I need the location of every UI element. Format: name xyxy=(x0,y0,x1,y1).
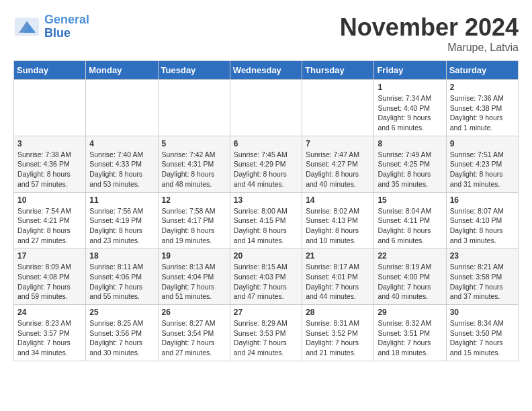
day-info: Sunrise: 7:56 AM Sunset: 4:19 PM Dayligh… xyxy=(89,206,154,246)
calendar-cell: 14Sunrise: 8:02 AM Sunset: 4:13 PM Dayli… xyxy=(302,192,374,248)
calendar-cell: 7Sunrise: 7:47 AM Sunset: 4:27 PM Daylig… xyxy=(302,136,374,192)
weekday-header: Thursday xyxy=(302,61,374,80)
day-number: 14 xyxy=(306,195,370,205)
calendar-week-row: 24Sunrise: 8:23 AM Sunset: 3:57 PM Dayli… xyxy=(14,305,519,361)
day-number: 10 xyxy=(17,195,82,205)
day-info: Sunrise: 8:13 AM Sunset: 4:04 PM Dayligh… xyxy=(162,262,226,302)
calendar-cell: 25Sunrise: 8:25 AM Sunset: 3:56 PM Dayli… xyxy=(86,305,158,361)
weekday-header: Friday xyxy=(374,61,446,80)
weekday-header: Sunday xyxy=(14,61,86,80)
calendar-body: 1Sunrise: 7:34 AM Sunset: 4:40 PM Daylig… xyxy=(14,80,519,361)
day-info: Sunrise: 7:40 AM Sunset: 4:33 PM Dayligh… xyxy=(89,150,154,189)
day-number: 3 xyxy=(17,139,82,148)
day-number: 19 xyxy=(162,251,226,261)
day-info: Sunrise: 8:32 AM Sunset: 3:51 PM Dayligh… xyxy=(378,318,442,358)
day-info: Sunrise: 8:29 AM Sunset: 3:53 PM Dayligh… xyxy=(234,318,298,358)
calendar-cell: 17Sunrise: 8:09 AM Sunset: 4:08 PM Dayli… xyxy=(14,248,86,305)
weekday-header: Monday xyxy=(86,61,158,80)
weekday-header: Saturday xyxy=(446,61,518,80)
calendar-week-row: 3Sunrise: 7:38 AM Sunset: 4:36 PM Daylig… xyxy=(14,136,519,192)
location: Marupe, Latvia xyxy=(340,42,519,54)
day-number: 2 xyxy=(450,83,515,92)
day-number: 15 xyxy=(378,195,442,205)
day-number: 7 xyxy=(306,139,370,148)
weekday-header: Wednesday xyxy=(230,61,302,80)
calendar-cell xyxy=(230,80,302,136)
day-number: 25 xyxy=(89,308,154,317)
day-number: 27 xyxy=(234,308,298,317)
day-info: Sunrise: 8:23 AM Sunset: 3:57 PM Dayligh… xyxy=(17,318,82,358)
day-info: Sunrise: 7:54 AM Sunset: 4:21 PM Dayligh… xyxy=(17,206,82,246)
day-info: Sunrise: 8:17 AM Sunset: 4:01 PM Dayligh… xyxy=(306,262,370,302)
calendar-cell: 11Sunrise: 7:56 AM Sunset: 4:19 PM Dayli… xyxy=(86,192,158,248)
weekday-row: SundayMondayTuesdayWednesdayThursdayFrid… xyxy=(14,61,519,80)
day-number: 6 xyxy=(234,139,298,148)
day-info: Sunrise: 8:09 AM Sunset: 4:08 PM Dayligh… xyxy=(17,262,82,302)
day-number: 8 xyxy=(378,139,442,148)
calendar-table: SundayMondayTuesdayWednesdayThursdayFrid… xyxy=(13,60,519,361)
calendar-cell: 15Sunrise: 8:04 AM Sunset: 4:11 PM Dayli… xyxy=(374,192,446,248)
calendar-cell: 12Sunrise: 7:58 AM Sunset: 4:17 PM Dayli… xyxy=(158,192,230,248)
month-title: November 2024 xyxy=(340,13,519,42)
calendar-week-row: 10Sunrise: 7:54 AM Sunset: 4:21 PM Dayli… xyxy=(14,192,519,248)
weekday-header: Tuesday xyxy=(158,61,230,80)
calendar-cell: 21Sunrise: 8:17 AM Sunset: 4:01 PM Dayli… xyxy=(302,248,374,305)
calendar-cell xyxy=(302,80,374,136)
day-info: Sunrise: 7:38 AM Sunset: 4:36 PM Dayligh… xyxy=(17,150,82,189)
calendar-week-row: 17Sunrise: 8:09 AM Sunset: 4:08 PM Dayli… xyxy=(14,248,519,305)
day-number: 5 xyxy=(162,139,226,148)
day-number: 9 xyxy=(450,139,515,148)
calendar-cell: 1Sunrise: 7:34 AM Sunset: 4:40 PM Daylig… xyxy=(374,80,446,136)
day-info: Sunrise: 7:45 AM Sunset: 4:29 PM Dayligh… xyxy=(234,150,298,189)
day-number: 21 xyxy=(306,251,370,261)
day-number: 4 xyxy=(89,139,154,148)
day-number: 1 xyxy=(378,83,442,92)
day-number: 11 xyxy=(89,195,154,205)
calendar-cell: 4Sunrise: 7:40 AM Sunset: 4:33 PM Daylig… xyxy=(86,136,158,192)
calendar-cell: 13Sunrise: 8:00 AM Sunset: 4:15 PM Dayli… xyxy=(230,192,302,248)
calendar-cell: 26Sunrise: 8:27 AM Sunset: 3:54 PM Dayli… xyxy=(158,305,230,361)
calendar-cell: 22Sunrise: 8:19 AM Sunset: 4:00 PM Dayli… xyxy=(374,248,446,305)
calendar-cell: 19Sunrise: 8:13 AM Sunset: 4:04 PM Dayli… xyxy=(158,248,230,305)
calendar-cell: 6Sunrise: 7:45 AM Sunset: 4:29 PM Daylig… xyxy=(230,136,302,192)
logo-text: General Blue xyxy=(44,13,89,40)
calendar-cell xyxy=(14,80,86,136)
day-info: Sunrise: 8:19 AM Sunset: 4:00 PM Dayligh… xyxy=(378,262,442,302)
day-info: Sunrise: 8:25 AM Sunset: 3:56 PM Dayligh… xyxy=(89,318,154,358)
calendar-cell: 18Sunrise: 8:11 AM Sunset: 4:06 PM Dayli… xyxy=(86,248,158,305)
calendar-cell xyxy=(86,80,158,136)
calendar-cell: 3Sunrise: 7:38 AM Sunset: 4:36 PM Daylig… xyxy=(14,136,86,192)
day-info: Sunrise: 8:21 AM Sunset: 3:58 PM Dayligh… xyxy=(450,262,515,302)
day-number: 23 xyxy=(450,251,515,261)
day-info: Sunrise: 7:42 AM Sunset: 4:31 PM Dayligh… xyxy=(162,150,226,189)
day-number: 28 xyxy=(306,308,370,317)
day-number: 30 xyxy=(450,308,515,317)
day-number: 26 xyxy=(162,308,226,317)
calendar-cell: 10Sunrise: 7:54 AM Sunset: 4:21 PM Dayli… xyxy=(14,192,86,248)
logo: General Blue xyxy=(13,13,89,40)
calendar-cell: 8Sunrise: 7:49 AM Sunset: 4:25 PM Daylig… xyxy=(374,136,446,192)
calendar-header: SundayMondayTuesdayWednesdayThursdayFrid… xyxy=(14,61,519,80)
day-info: Sunrise: 8:07 AM Sunset: 4:10 PM Dayligh… xyxy=(450,206,515,246)
calendar-cell: 27Sunrise: 8:29 AM Sunset: 3:53 PM Dayli… xyxy=(230,305,302,361)
title-block: November 2024 Marupe, Latvia xyxy=(340,13,519,54)
day-info: Sunrise: 8:04 AM Sunset: 4:11 PM Dayligh… xyxy=(378,206,442,246)
calendar-cell: 2Sunrise: 7:36 AM Sunset: 4:38 PM Daylig… xyxy=(446,80,518,136)
logo-icon xyxy=(13,17,40,37)
day-number: 20 xyxy=(234,251,298,261)
calendar-cell: 16Sunrise: 8:07 AM Sunset: 4:10 PM Dayli… xyxy=(446,192,518,248)
day-info: Sunrise: 8:00 AM Sunset: 4:15 PM Dayligh… xyxy=(234,206,298,246)
calendar-cell: 30Sunrise: 8:34 AM Sunset: 3:50 PM Dayli… xyxy=(446,305,518,361)
day-info: Sunrise: 7:47 AM Sunset: 4:27 PM Dayligh… xyxy=(306,150,370,189)
day-number: 12 xyxy=(162,195,226,205)
day-info: Sunrise: 8:34 AM Sunset: 3:50 PM Dayligh… xyxy=(450,318,515,358)
calendar-cell: 9Sunrise: 7:51 AM Sunset: 4:23 PM Daylig… xyxy=(446,136,518,192)
page-header: General Blue November 2024 Marupe, Latvi… xyxy=(13,13,519,54)
day-info: Sunrise: 7:51 AM Sunset: 4:23 PM Dayligh… xyxy=(450,150,515,189)
calendar-cell: 20Sunrise: 8:15 AM Sunset: 4:03 PM Dayli… xyxy=(230,248,302,305)
calendar-cell: 5Sunrise: 7:42 AM Sunset: 4:31 PM Daylig… xyxy=(158,136,230,192)
day-number: 22 xyxy=(378,251,442,261)
day-info: Sunrise: 7:49 AM Sunset: 4:25 PM Dayligh… xyxy=(378,150,442,189)
day-number: 13 xyxy=(234,195,298,205)
calendar-cell xyxy=(158,80,230,136)
